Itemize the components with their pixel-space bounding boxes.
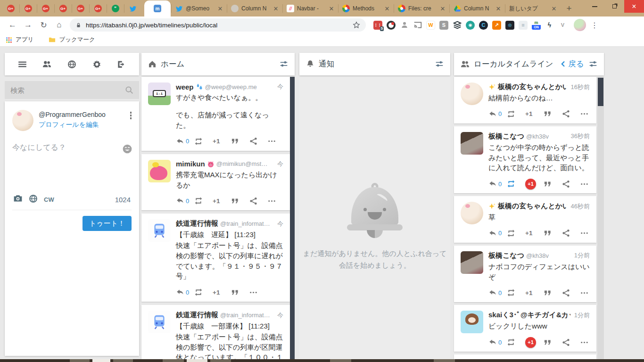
search-input[interactable] (10, 86, 125, 94)
reload-button[interactable]: ↻ (36, 18, 51, 32)
account-handle[interactable]: @mimikun@mst… (216, 160, 268, 167)
compose-textarea[interactable] (12, 143, 122, 185)
boost-button[interactable] (194, 197, 213, 205)
new-tab-button[interactable]: + (562, 2, 576, 15)
tab-close-icon[interactable]: ✕ (328, 5, 335, 12)
ext-v-icon[interactable]: V (558, 21, 567, 30)
column-settings-icon[interactable] (280, 60, 288, 68)
favourite-plus-one-button[interactable]: +1 (213, 138, 231, 145)
toot-avatar[interactable] (148, 219, 171, 242)
toot-avatar[interactable]: i-i (148, 82, 171, 105)
settings-icon[interactable] (90, 57, 104, 72)
cw-toggle[interactable]: CW (44, 196, 54, 203)
window-restore-button[interactable] (604, 0, 624, 13)
share-button[interactable] (562, 180, 580, 188)
logout-icon[interactable] (114, 57, 129, 72)
apps-grid-icon[interactable] (6, 37, 12, 43)
more-button[interactable] (268, 137, 276, 145)
reply-button[interactable]: 0 (488, 180, 507, 188)
ext-s-icon[interactable]: S (439, 21, 448, 30)
more-button[interactable] (580, 110, 588, 118)
reply-button[interactable]: 0 (488, 338, 507, 346)
local-scrollbar-track[interactable] (597, 77, 604, 359)
display-name[interactable]: 板橋の玄ちゃんとかい… (498, 82, 567, 91)
display-name[interactable]: 鉄道運行情報 (176, 219, 218, 228)
quote-button[interactable] (231, 288, 249, 296)
forward-button[interactable]: → (20, 18, 36, 32)
bookmarks-folder-label[interactable]: ブックマーク (59, 36, 95, 44)
boost-button[interactable] (507, 180, 525, 188)
more-button[interactable] (580, 338, 588, 346)
boost-button[interactable] (194, 288, 213, 296)
share-button[interactable] (249, 137, 268, 145)
more-button[interactable] (249, 288, 257, 296)
ext-m-on-icon[interactable]: mON (532, 21, 541, 30)
share-button[interactable] (562, 110, 580, 118)
boost-button[interactable] (194, 137, 213, 146)
quote-button[interactable] (544, 229, 562, 237)
display-name[interactable]: skaiく3･ﾟ@キチガイ&カッ… (488, 311, 570, 320)
tab-close-icon[interactable]: ✕ (551, 5, 557, 12)
display-name[interactable]: 板橋の玄ちゃんとかい… (498, 202, 567, 211)
back-link[interactable]: 戻る (560, 59, 584, 69)
ext-bolt-icon[interactable]: ϟ (545, 21, 554, 30)
favourite-plus-one-button[interactable]: +1 (213, 289, 231, 296)
pinned-tab[interactable] (124, 0, 141, 16)
quote-button[interactable] (231, 197, 249, 205)
url-text[interactable]: https://itabashi.0j0.jp/web/timelines/pu… (86, 22, 348, 29)
display-name[interactable]: 板橋こなつ (488, 251, 524, 260)
tab[interactable]: Methods✕ (338, 0, 394, 16)
federated-timeline-icon[interactable] (65, 57, 79, 72)
toot-avatar[interactable] (148, 311, 171, 333)
account-handle[interactable]: @train_informat… (220, 312, 270, 319)
boost-button[interactable] (507, 110, 525, 118)
toot[interactable]: i-iweep@weep@weep.me今すがきや食べたいなぁ。。でも、店舗が減… (141, 77, 290, 151)
tab[interactable]: //Navbar -✕ (282, 0, 338, 16)
edit-profile-link[interactable]: プロフィールを編集 (39, 121, 106, 129)
ext-chart-icon[interactable]: ↗ (492, 21, 501, 30)
favourite-plus-one-button[interactable]: +1 (213, 197, 231, 205)
tab[interactable]: Column N✕ (449, 0, 505, 16)
browser-home-button[interactable]: ⌂ (51, 18, 67, 32)
tab-close-icon[interactable]: ✕ (439, 5, 446, 12)
column-settings-icon[interactable] (589, 60, 597, 68)
pinned-tab[interactable]: G+ (19, 0, 37, 16)
toot[interactable]: 板橋こなつ@kh38v36秒前こなつが中学の時からずっと読みたいと思って、最近や… (454, 126, 596, 193)
active-tab-mastodon[interactable]: m (144, 0, 171, 16)
reply-button[interactable]: 0 (488, 110, 507, 118)
display-name[interactable]: mimikun (176, 160, 205, 168)
toot[interactable]: 鉄道運行情報@train_informat…今【千歳線 遅延】 [11:23]快… (141, 214, 290, 302)
share-button[interactable] (562, 289, 580, 297)
toot-avatar[interactable] (461, 202, 483, 224)
tab-close-icon[interactable]: ✕ (217, 5, 223, 12)
attach-media-icon[interactable] (13, 194, 23, 205)
quote-button[interactable] (544, 180, 562, 188)
tab-close-icon[interactable]: ✕ (495, 5, 502, 12)
pinned-tab[interactable]: G+ (2, 0, 19, 16)
reply-button[interactable]: 0 (176, 197, 194, 205)
local-column-header[interactable]: ローカルタイムライン 戻る (454, 53, 604, 75)
favourite-plus-one-button[interactable]: +1 (525, 179, 544, 189)
browser-profile-avatar[interactable] (574, 19, 586, 31)
toot-avatar[interactable] (148, 160, 171, 182)
boost-button[interactable] (507, 338, 525, 346)
toot-avatar[interactable] (461, 82, 483, 105)
account-handle[interactable]: @kh38v (526, 252, 549, 259)
window-minimize-button[interactable] (585, 0, 604, 13)
reply-button[interactable]: 0 (176, 288, 194, 296)
quote-button[interactable] (544, 338, 562, 346)
notifications-column-header[interactable]: 通知 (299, 53, 450, 75)
account-menu-icon[interactable] (128, 110, 134, 131)
more-button[interactable] (580, 180, 588, 188)
toot[interactable]: 板橋の玄ちゃんとかい…16秒前結構前からなのね…0+1 (454, 77, 596, 123)
toot[interactable]: 鉄道運行情報@train_informat…今【千歳線 一部運休】 [11:23… (141, 305, 290, 362)
ext-c-icon[interactable]: C (479, 21, 488, 30)
tab[interactable]: Files: cre✕ (394, 0, 449, 16)
toot[interactable]: 板橋の玄ちゃんとかい…46秒前草0+1 (454, 196, 596, 243)
quote-button[interactable] (231, 137, 249, 145)
address-bar[interactable]: https://itabashi.0j0.jp/web/timelines/pu… (70, 18, 366, 32)
toot[interactable]: mimikun@mimikun@mst…今携帯充電MAXになったら出かけるか0+… (141, 154, 290, 211)
reply-button[interactable]: 0 (176, 137, 194, 146)
display-name[interactable]: 板橋こなつ (488, 132, 524, 141)
toot[interactable]: 板橋こなつ@kh38v1分前ナボコフのディフェンスはいいぞ0+1 (454, 246, 596, 303)
